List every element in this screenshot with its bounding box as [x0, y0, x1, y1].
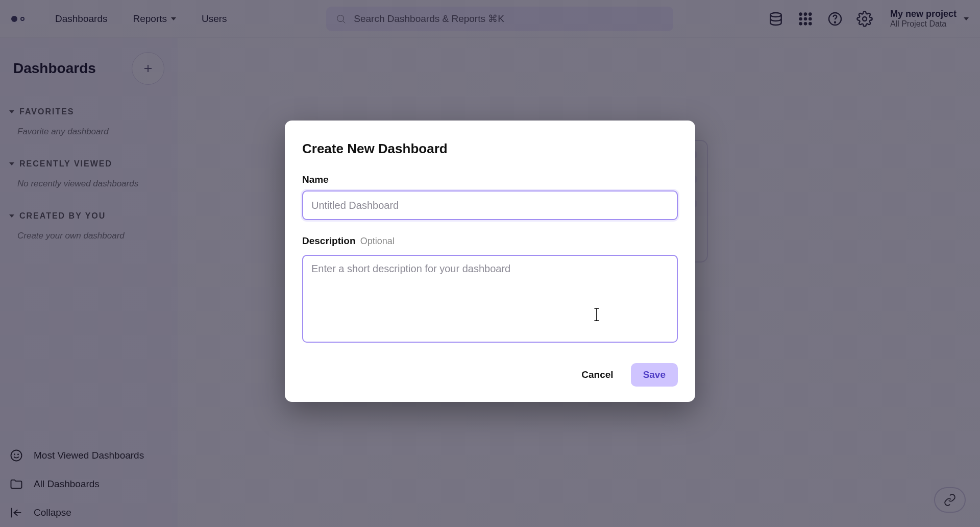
cancel-button[interactable]: Cancel: [570, 363, 624, 387]
create-dashboard-modal: Create New Dashboard Name Description Op…: [285, 121, 695, 402]
modal-footer: Cancel Save: [302, 363, 678, 387]
description-label-text: Description: [302, 235, 356, 246]
dashboard-description-input[interactable]: [302, 255, 678, 343]
save-button[interactable]: Save: [631, 363, 678, 387]
name-label: Name: [302, 174, 678, 185]
description-label: Description Optional: [302, 235, 678, 247]
description-optional: Optional: [360, 236, 395, 246]
dashboard-name-input[interactable]: [302, 190, 678, 220]
modal-title: Create New Dashboard: [302, 141, 678, 157]
